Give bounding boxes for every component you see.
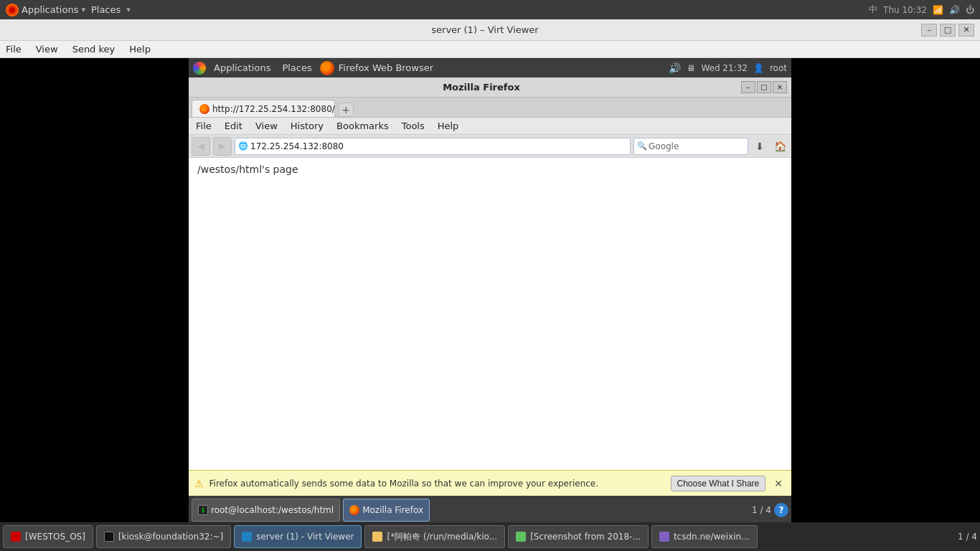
firefox-window: Mozilla Firefox – □ ✕ http://172.25.254.… [189,77,791,496]
host-task-westos-label: [WESTOS_OS] [25,532,85,542]
host-task-virtviewer-label: server (1) - Virt Viewer [256,532,354,542]
ff-page-content: /westos/html's page [189,158,791,470]
host-task-editor[interactable]: [*阿帕奇 (/run/media/kio... [364,525,505,548]
ff-download-btn[interactable]: ⬇ [751,138,768,155]
ff-search-engine-icon: 🔍 [637,141,647,151]
host-screenshot-icon [516,532,526,542]
ff-menubar: File Edit View History Bookmarks Tools H… [189,118,791,135]
virt-viewer-controls: – □ ✕ [921,24,974,37]
guest-task-firefox-label: Mozilla Firefox [362,505,423,515]
ff-tab-active[interactable]: http://172.25.254.132:8080/ [192,100,335,117]
host-westos-icon [11,532,21,542]
host-volume-icon: 🔊 [949,5,960,15]
host-apps-menu[interactable]: Applications ▾ [6,4,85,17]
ff-back-btn[interactable]: ◀ [192,137,210,156]
host-pics-icon [659,532,669,542]
host-places-label[interactable]: Places [91,4,121,15]
virt-viewer-titlebar: server (1) – Virt Viewer – □ ✕ [0,19,980,41]
ff-toolbar: ◀ ▶ 🌐 172.25.254.132:8080 🔍 Google ⬇ 🏠 [189,135,791,158]
guest-task-firefox[interactable]: Mozilla Firefox [343,499,430,522]
host-task-editor-label: [*阿帕奇 (/run/media/kio... [387,531,497,543]
ff-url-text: 172.25.254.132:8080 [250,141,344,151]
guest-terminal-icon: $ [198,505,208,515]
guest-ff-taskbar-icon [349,505,359,515]
ff-forward-btn[interactable]: ▶ [213,137,232,156]
host-taskbar-right: 1 / 4 [958,532,977,542]
ff-menu-file[interactable]: File [193,120,215,132]
ff-title: Mozilla Firefox [222,82,741,93]
virt-viewer-menu-file[interactable]: File [3,42,24,56]
host-applications-arrow: ▾ [81,5,85,14]
guest-display-icon[interactable]: 🖥 [687,63,695,73]
ff-urlbar-globe: 🌐 [238,141,248,151]
guest-help-icon[interactable]: ? [774,503,788,517]
ff-menu-history[interactable]: History [288,120,326,132]
ff-close-btn[interactable]: ✕ [773,81,787,93]
host-logo [6,4,19,17]
ff-new-tab-btn[interactable]: + [338,103,354,117]
ff-notif-choose-btn[interactable]: Choose What I Share [671,476,766,491]
guest-task-terminal-label: root@localhost:/westos/html [211,505,334,515]
ff-minimize-btn[interactable]: – [741,81,755,93]
ff-tab-label: http://172.25.254.132:8080/ [212,104,335,114]
host-task-screenshot[interactable]: [Screenshot from 2018-... [508,525,649,548]
host-task-pics-label: tcsdn.ne/weixin... [674,532,750,542]
guest-ff-label[interactable]: Firefox Web Browser [339,62,433,73]
guest-page-indicator: 1 / 4 [752,505,771,515]
ff-menu-bookmarks[interactable]: Bookmarks [334,120,392,132]
ff-window-controls: – □ ✕ [741,81,787,93]
virt-viewer-menu-sendkey[interactable]: Send key [70,42,118,56]
vm-content-area: Applications Places Firefox Web Browser … [0,58,980,551]
guest-screen: Applications Places Firefox Web Browser … [189,58,791,524]
ff-menu-view[interactable]: View [253,120,281,132]
guest-sound-icon[interactable]: 🔊 [669,62,681,74]
virt-viewer-title: server (1) – Virt Viewer [49,24,921,35]
ff-menu-edit[interactable]: Edit [222,120,245,132]
host-task-kiosk[interactable]: [kiosk@foundation32:~] [96,525,231,548]
ff-titlebar: Mozilla Firefox – □ ✕ [189,77,791,98]
host-task-screenshot-label: [Screenshot from 2018-... [530,532,641,542]
ff-tab-bar: http://172.25.254.132:8080/ + [189,98,791,118]
guest-username: root [770,63,787,73]
host-topbar-right: 中 Thu 10:32 📶 🔊 ⏻ [869,4,974,16]
ff-urlbar[interactable]: 🌐 172.25.254.132:8080 [235,138,631,155]
guest-places-label[interactable]: Places [278,61,315,75]
ff-menu-tools[interactable]: Tools [399,120,428,132]
host-task-kiosk-label: [kiosk@foundation32:~] [118,532,223,542]
host-places-arrow: ▾ [126,5,131,14]
virt-viewer-menu-help[interactable]: Help [126,42,154,56]
ff-search-engine-label: Google [649,141,679,151]
guest-applications-label[interactable]: Applications [210,61,274,75]
ff-home-btn[interactable]: 🏠 [771,138,788,155]
guest-task-terminal[interactable]: $ root@localhost:/westos/html [192,499,340,522]
ff-notif-icon: ⚠ [194,478,204,489]
virt-viewer-menu-view[interactable]: View [33,42,61,56]
svg-point-1 [9,7,15,13]
host-task-virtviewer[interactable]: server (1) - Virt Viewer [234,525,362,548]
guest-taskbar: $ root@localhost:/westos/html Mozilla Fi… [189,496,791,524]
host-task-westos[interactable]: [WESTOS_OS] [3,525,93,548]
virt-viewer-maximize[interactable]: □ [940,24,956,37]
host-editor-icon [372,532,382,542]
ff-notif-text: Firefox automatically sends some data to… [209,479,665,489]
host-terminal-icon [104,532,114,542]
host-applications-label[interactable]: Applications [22,4,78,15]
guest-datetime: Wed 21:32 [701,63,748,73]
host-datetime: Thu 10:32 [883,5,927,15]
host-ime-indicator[interactable]: 中 [869,4,877,16]
ff-tab-icon [199,104,209,114]
ff-maximize-btn[interactable]: □ [757,81,771,93]
virt-viewer-minimize[interactable]: – [921,24,937,37]
virt-viewer-window: server (1) – Virt Viewer – □ ✕ File View… [0,19,980,551]
ff-search-bar[interactable]: 🔍 Google [633,138,748,155]
virt-viewer-close[interactable]: ✕ [958,24,974,37]
guest-logo [193,62,206,75]
ff-notif-close-btn[interactable]: ✕ [771,478,786,489]
host-task-pics[interactable]: tcsdn.ne/weixin... [651,525,758,548]
host-topbar: Applications ▾ Places ▾ 中 Thu 10:32 📶 🔊 … [0,0,980,19]
host-taskbar-page: 1 / 4 [958,532,977,542]
host-taskbar: [WESTOS_OS] [kiosk@foundation32:~] serve… [0,522,980,551]
ff-menu-help[interactable]: Help [435,120,462,132]
virt-viewer-menubar: File View Send key Help [0,41,980,58]
host-power-icon[interactable]: ⏻ [966,5,974,15]
